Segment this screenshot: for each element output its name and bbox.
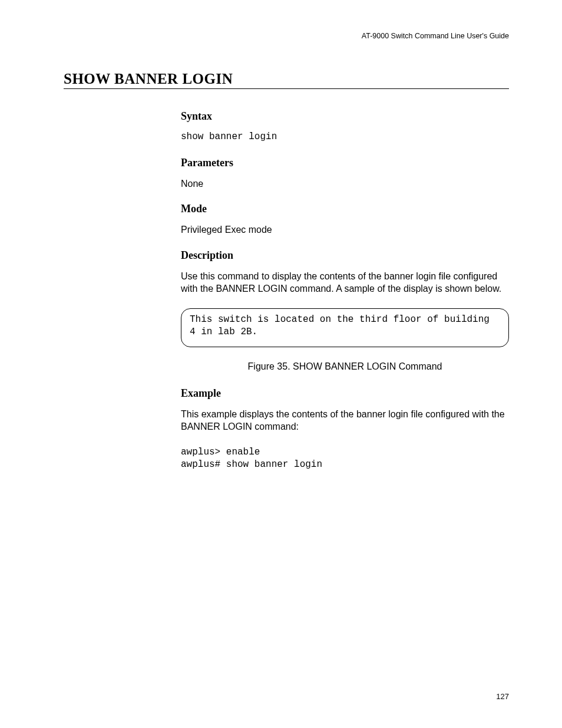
example-code: awplus> enable awplus# show banner login [181,446,509,472]
section-rule [64,88,509,89]
description-text: Use this command to display the contents… [181,270,509,295]
running-header: AT-9000 Switch Command Line User's Guide [64,32,509,40]
example-heading: Example [181,387,509,400]
parameters-heading: Parameters [181,157,509,169]
page-container: AT-9000 Switch Command Line User's Guide… [0,0,562,728]
parameters-text: None [181,177,509,190]
mode-heading: Mode [181,203,509,215]
syntax-heading: Syntax [181,110,509,123]
syntax-code: show banner login [181,131,509,144]
mode-text: Privileged Exec mode [181,223,509,236]
section-title: SHOW BANNER LOGIN [64,71,509,87]
output-box: This switch is located on the third floo… [181,308,509,347]
example-text: This example displays the contents of th… [181,408,509,433]
content-column: Syntax show banner login Parameters None… [181,110,509,472]
page-number: 127 [496,692,509,701]
figure-caption: Figure 35. SHOW BANNER LOGIN Command [181,361,509,372]
description-heading: Description [181,249,509,262]
